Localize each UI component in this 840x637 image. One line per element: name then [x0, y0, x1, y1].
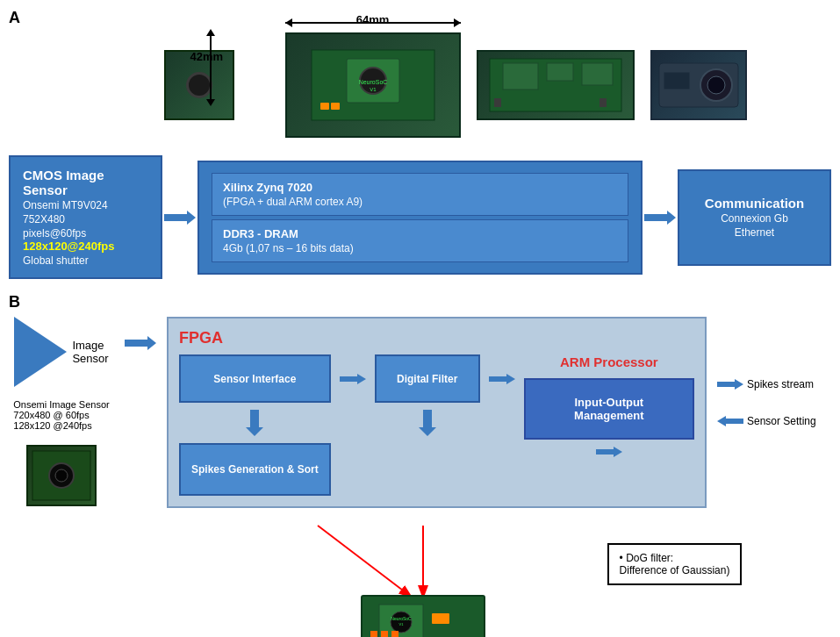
svg-marker-18	[644, 211, 676, 225]
svg-point-21	[55, 469, 68, 482]
svg-text:V1: V1	[370, 87, 377, 92]
svg-text:NeuroSoC: NeuroSoC	[358, 79, 387, 85]
cmos-line2: 752X480	[23, 213, 148, 225]
output-labels: Spikes stream Sensor Setting	[717, 317, 831, 427]
svg-rect-8	[503, 63, 538, 89]
svg-rect-5	[320, 103, 329, 110]
ddr3-text: 4Gb (1,07 ns – 16 bits data)	[223, 242, 617, 254]
cmos-highlight: 128x120@240fps	[23, 240, 148, 253]
comm-line1: Connexion Gb	[721, 212, 788, 225]
spikes-stream-label: Spikes stream	[747, 378, 814, 390]
spikes-stream-output: Spikes stream	[717, 378, 831, 390]
comm-block: Communication Connexion Gb Ethernet	[678, 169, 831, 266]
sensor-interface-block: Sensor Interface	[179, 354, 331, 403]
dog-filter-box: • DoG filter:Difference of Gaussian)	[607, 543, 743, 585]
zynq-subtitle: (FPGA + dual ARM cortex A9)	[223, 196, 617, 208]
sensor-small-photo	[26, 445, 97, 506]
arrow-sensor-to-fpga	[125, 317, 156, 352]
zynq-title: Xilinx Zynq 7020	[223, 181, 617, 194]
svg-rect-16	[664, 72, 690, 89]
svg-rect-12	[599, 98, 607, 107]
sensor-left: ImageSensor Onsemi Image Sensor720x480 @…	[9, 317, 114, 506]
sensor-setting-label: Sensor Setting	[747, 415, 816, 427]
zynq-block: Xilinx Zynq 7020 (FPGA + dual ARM cortex…	[197, 161, 643, 275]
svg-rect-38	[370, 631, 377, 637]
svg-marker-24	[340, 374, 366, 384]
dim-42mm-label: 42mm	[190, 50, 224, 63]
svg-marker-29	[717, 416, 743, 426]
zynq-sub-block: Xilinx Zynq 7020 (FPGA + dual ARM cortex…	[212, 173, 628, 216]
image-sensor-triangle	[14, 317, 67, 387]
photo-row: 42mm 64mm	[79, 32, 831, 138]
svg-text:NeuroSoC: NeuroSoC	[391, 616, 412, 621]
cmos-line5: Global shutter	[23, 254, 148, 267]
io-mgmt-block: Input-Output Management	[524, 378, 694, 440]
arrow-df-to-io	[489, 354, 515, 386]
svg-rect-10	[582, 63, 613, 85]
cmos-title: CMOS ImageSensor	[23, 168, 148, 197]
dog-bullet: •	[620, 552, 623, 564]
svg-line-30	[318, 526, 410, 596]
svg-marker-17	[164, 211, 196, 225]
svg-marker-23	[246, 410, 263, 436]
digital-filter-block: Digital Filter	[375, 354, 480, 403]
arrow-cmos-to-zynq	[162, 204, 197, 231]
camera-photo	[650, 50, 747, 120]
dim-64mm-label: 64mm	[285, 13, 461, 26]
image-sensor-label: ImageSensor	[72, 339, 108, 365]
fpga-label: FPGA	[179, 329, 694, 347]
svg-marker-28	[717, 379, 743, 390]
ddr3-title: DDR3 - DRAM	[223, 227, 617, 240]
board2-photo	[477, 50, 635, 120]
cmos-line3: pixels@60fps	[23, 227, 148, 240]
cmos-line1: Onsemi MT9V024	[23, 199, 148, 211]
comm-line2: Ethernet	[735, 226, 774, 239]
cmos-block: CMOS ImageSensor Onsemi MT9V024 752X480 …	[9, 155, 162, 279]
svg-marker-22	[125, 336, 156, 350]
svg-rect-9	[547, 63, 573, 81]
ddr3-sub-block: DDR3 - DRAM 4Gb (1,07 ns – 16 bits data)	[212, 219, 628, 262]
sensor-setting-output: Sensor Setting	[717, 415, 831, 427]
sensor-desc: Onsemi Image Sensor720x480 @ 60fps128x12…	[13, 399, 109, 431]
svg-rect-11	[494, 98, 501, 107]
section-b: B ImageSensor Onsemi Image Sensor720x480…	[9, 293, 831, 622]
svg-marker-27	[596, 447, 622, 457]
svg-rect-37	[432, 613, 449, 624]
arm-label: ARM Processor	[524, 354, 694, 369]
svg-rect-39	[381, 631, 388, 637]
svg-text:V1: V1	[398, 622, 404, 626]
section-b-label: B	[9, 293, 831, 311]
arrow-si-to-df	[340, 354, 366, 386]
dog-text: DoG filter:Difference of Gaussian)	[620, 552, 730, 576]
comm-title: Communication	[705, 196, 804, 211]
block-diagram-a: CMOS ImageSensor Onsemi MT9V024 752X480 …	[9, 155, 831, 279]
section-a: A 42mm 64mm	[9, 9, 831, 279]
svg-marker-25	[419, 410, 436, 436]
svg-rect-40	[391, 631, 398, 637]
svg-rect-6	[331, 103, 340, 110]
fpga-container: FPGA Sensor Interface Spikes Generation …	[167, 317, 707, 508]
arrow-zynq-to-comm	[643, 204, 678, 231]
main-pcb-photo: NeuroSoC V1	[285, 32, 461, 138]
spikes-gen-block: Spikes Generation & Sort	[179, 443, 331, 496]
svg-point-15	[707, 76, 725, 94]
svg-marker-26	[489, 374, 515, 384]
